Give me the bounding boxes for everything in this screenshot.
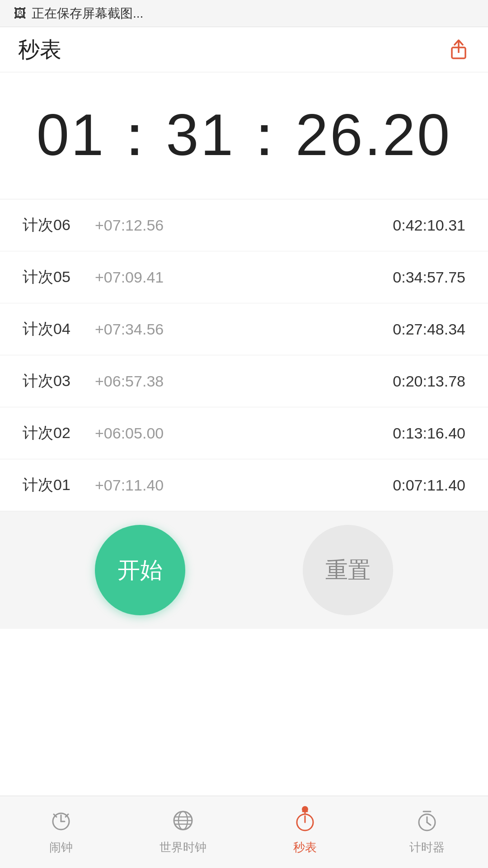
lap-row: 计次06 +07:12.56 0:42:10.31 — [0, 199, 488, 251]
lap-number: 计次05 — [23, 267, 95, 288]
screenshot-icon: 🖼 — [14, 6, 26, 21]
status-bar: 🖼 正在保存屏幕截图... — [0, 0, 488, 27]
lap-total: 0:20:13.78 — [348, 373, 465, 390]
lap-delta: +07:34.56 — [95, 321, 348, 338]
nav-label-stopwatch: 秒表 — [293, 840, 317, 855]
bottom-nav: 闹钟 世界时钟 秒表 计时器 — [0, 796, 488, 868]
lap-number: 计次06 — [23, 215, 95, 236]
status-bar-text: 正在保存屏幕截图... — [32, 5, 143, 22]
lap-total: 0:27:48.34 — [348, 321, 465, 338]
timer-display: 01：31：26.20 — [0, 72, 488, 199]
page-title: 秒表 — [18, 35, 61, 64]
nav-label-timer: 计时器 — [409, 840, 445, 855]
lap-list: 计次06 +07:12.56 0:42:10.31 计次05 +07:09.41… — [0, 199, 488, 511]
nav-item-alarm[interactable]: 闹钟 — [0, 809, 122, 855]
lap-total: 0:13:16.40 — [348, 425, 465, 442]
nav-label-alarm: 闹钟 — [49, 840, 73, 855]
lap-number: 计次01 — [23, 475, 95, 495]
reset-button[interactable]: 重置 — [303, 525, 393, 615]
lap-number: 计次03 — [23, 371, 95, 392]
lap-total: 0:07:11.40 — [348, 476, 465, 494]
lap-total: 0:42:10.31 — [348, 217, 465, 234]
timer-text: 01：31：26.20 — [37, 96, 452, 175]
stopwatch-icon — [293, 809, 317, 836]
nav-label-worldclock: 世界时钟 — [160, 840, 206, 855]
lap-delta: +07:09.41 — [95, 269, 348, 286]
lap-row: 计次02 +06:05.00 0:13:16.40 — [0, 407, 488, 459]
nav-item-worldclock[interactable]: 世界时钟 — [122, 809, 244, 855]
lap-delta: +06:57.38 — [95, 373, 348, 390]
share-button[interactable] — [447, 38, 470, 61]
nav-item-stopwatch[interactable]: 秒表 — [244, 809, 366, 855]
status-bar-content: 🖼 正在保存屏幕截图... — [14, 5, 143, 22]
alarm-icon — [49, 809, 73, 836]
lap-row: 计次04 +07:34.56 0:27:48.34 — [0, 303, 488, 355]
timer-icon — [415, 809, 439, 836]
worldclock-icon — [171, 809, 195, 836]
lap-total: 0:34:57.75 — [348, 269, 465, 286]
nav-item-timer[interactable]: 计时器 — [366, 809, 488, 855]
lap-delta: +07:11.40 — [95, 476, 348, 494]
svg-line-19 — [427, 822, 431, 825]
lap-number: 计次02 — [23, 423, 95, 443]
lap-delta: +06:05.00 — [95, 425, 348, 442]
lap-number: 计次04 — [23, 319, 95, 340]
start-button[interactable]: 开始 — [95, 525, 185, 615]
lap-row: 计次01 +07:11.40 0:07:11.40 — [0, 459, 488, 511]
buttons-area: 开始 重置 — [0, 511, 488, 629]
lap-row: 计次03 +06:57.38 0:20:13.78 — [0, 355, 488, 407]
lap-delta: +07:12.56 — [95, 217, 348, 234]
share-icon — [447, 38, 470, 61]
active-dot — [302, 806, 308, 812]
lap-row: 计次05 +07:09.41 0:34:57.75 — [0, 251, 488, 303]
header: 秒表 — [0, 27, 488, 72]
